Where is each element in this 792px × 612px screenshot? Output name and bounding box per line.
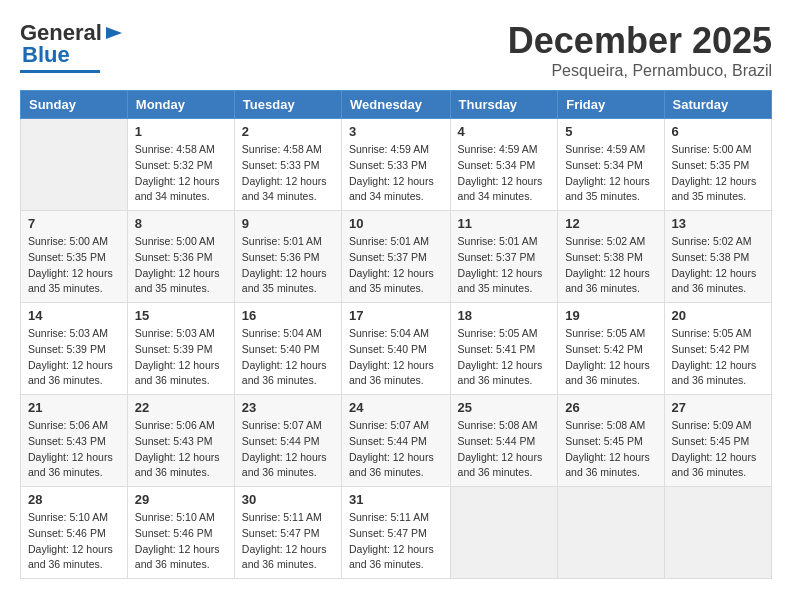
day-number: 29 — [135, 492, 227, 507]
sunrise-text: Sunrise: 5:11 AM — [242, 511, 322, 523]
day-info: Sunrise: 5:05 AM Sunset: 5:42 PM Dayligh… — [672, 326, 764, 389]
daylight-text: Daylight: 12 hours and 36 minutes. — [458, 451, 543, 479]
calendar-cell — [558, 487, 664, 579]
day-info: Sunrise: 4:58 AM Sunset: 5:32 PM Dayligh… — [135, 142, 227, 205]
sunset-text: Sunset: 5:45 PM — [565, 435, 643, 447]
day-number: 9 — [242, 216, 334, 231]
sunset-text: Sunset: 5:32 PM — [135, 159, 213, 171]
day-number: 20 — [672, 308, 764, 323]
calendar-cell: 11 Sunrise: 5:01 AM Sunset: 5:37 PM Dayl… — [450, 211, 558, 303]
calendar-cell: 16 Sunrise: 5:04 AM Sunset: 5:40 PM Dayl… — [234, 303, 341, 395]
day-number: 11 — [458, 216, 551, 231]
sunrise-text: Sunrise: 5:07 AM — [242, 419, 322, 431]
daylight-text: Daylight: 12 hours and 36 minutes. — [135, 451, 220, 479]
calendar-week-row: 28 Sunrise: 5:10 AM Sunset: 5:46 PM Dayl… — [21, 487, 772, 579]
day-info: Sunrise: 4:58 AM Sunset: 5:33 PM Dayligh… — [242, 142, 334, 205]
day-info: Sunrise: 5:07 AM Sunset: 5:44 PM Dayligh… — [242, 418, 334, 481]
sunset-text: Sunset: 5:40 PM — [242, 343, 320, 355]
daylight-text: Daylight: 12 hours and 36 minutes. — [349, 359, 434, 387]
sunset-text: Sunset: 5:46 PM — [28, 527, 106, 539]
day-info: Sunrise: 5:04 AM Sunset: 5:40 PM Dayligh… — [349, 326, 443, 389]
day-number: 30 — [242, 492, 334, 507]
day-info: Sunrise: 5:11 AM Sunset: 5:47 PM Dayligh… — [242, 510, 334, 573]
sunrise-text: Sunrise: 5:03 AM — [135, 327, 215, 339]
day-number: 23 — [242, 400, 334, 415]
daylight-text: Daylight: 12 hours and 36 minutes. — [565, 359, 650, 387]
day-info: Sunrise: 4:59 AM Sunset: 5:34 PM Dayligh… — [565, 142, 656, 205]
calendar-cell: 20 Sunrise: 5:05 AM Sunset: 5:42 PM Dayl… — [664, 303, 771, 395]
daylight-text: Daylight: 12 hours and 36 minutes. — [565, 451, 650, 479]
day-number: 31 — [349, 492, 443, 507]
sunset-text: Sunset: 5:44 PM — [349, 435, 427, 447]
sunset-text: Sunset: 5:39 PM — [28, 343, 106, 355]
sunset-text: Sunset: 5:40 PM — [349, 343, 427, 355]
day-info: Sunrise: 5:04 AM Sunset: 5:40 PM Dayligh… — [242, 326, 334, 389]
sunset-text: Sunset: 5:43 PM — [135, 435, 213, 447]
calendar-cell: 1 Sunrise: 4:58 AM Sunset: 5:32 PM Dayli… — [127, 119, 234, 211]
daylight-text: Daylight: 12 hours and 36 minutes. — [672, 451, 757, 479]
calendar-cell: 7 Sunrise: 5:00 AM Sunset: 5:35 PM Dayli… — [21, 211, 128, 303]
day-info: Sunrise: 5:10 AM Sunset: 5:46 PM Dayligh… — [28, 510, 120, 573]
calendar-cell: 19 Sunrise: 5:05 AM Sunset: 5:42 PM Dayl… — [558, 303, 664, 395]
day-info: Sunrise: 5:11 AM Sunset: 5:47 PM Dayligh… — [349, 510, 443, 573]
calendar-cell — [21, 119, 128, 211]
sunrise-text: Sunrise: 4:59 AM — [565, 143, 645, 155]
sunset-text: Sunset: 5:44 PM — [458, 435, 536, 447]
sunset-text: Sunset: 5:38 PM — [565, 251, 643, 263]
calendar-week-row: 21 Sunrise: 5:06 AM Sunset: 5:43 PM Dayl… — [21, 395, 772, 487]
sunrise-text: Sunrise: 5:00 AM — [28, 235, 108, 247]
sunset-text: Sunset: 5:45 PM — [672, 435, 750, 447]
calendar-cell: 29 Sunrise: 5:10 AM Sunset: 5:46 PM Dayl… — [127, 487, 234, 579]
calendar-cell: 18 Sunrise: 5:05 AM Sunset: 5:41 PM Dayl… — [450, 303, 558, 395]
sunset-text: Sunset: 5:35 PM — [672, 159, 750, 171]
calendar-table: SundayMondayTuesdayWednesdayThursdayFrid… — [20, 90, 772, 579]
sunrise-text: Sunrise: 5:05 AM — [565, 327, 645, 339]
sunset-text: Sunset: 5:39 PM — [135, 343, 213, 355]
daylight-text: Daylight: 12 hours and 34 minutes. — [135, 175, 220, 203]
weekday-header-sunday: Sunday — [21, 91, 128, 119]
day-number: 4 — [458, 124, 551, 139]
day-info: Sunrise: 5:09 AM Sunset: 5:45 PM Dayligh… — [672, 418, 764, 481]
day-number: 28 — [28, 492, 120, 507]
day-number: 16 — [242, 308, 334, 323]
day-info: Sunrise: 5:00 AM Sunset: 5:36 PM Dayligh… — [135, 234, 227, 297]
calendar-cell: 24 Sunrise: 5:07 AM Sunset: 5:44 PM Dayl… — [342, 395, 451, 487]
day-info: Sunrise: 5:08 AM Sunset: 5:45 PM Dayligh… — [565, 418, 656, 481]
sunset-text: Sunset: 5:47 PM — [242, 527, 320, 539]
day-info: Sunrise: 5:07 AM Sunset: 5:44 PM Dayligh… — [349, 418, 443, 481]
weekday-header-wednesday: Wednesday — [342, 91, 451, 119]
day-number: 26 — [565, 400, 656, 415]
calendar-cell: 2 Sunrise: 4:58 AM Sunset: 5:33 PM Dayli… — [234, 119, 341, 211]
calendar-cell: 5 Sunrise: 4:59 AM Sunset: 5:34 PM Dayli… — [558, 119, 664, 211]
day-number: 8 — [135, 216, 227, 231]
calendar-cell: 15 Sunrise: 5:03 AM Sunset: 5:39 PM Dayl… — [127, 303, 234, 395]
sunrise-text: Sunrise: 5:03 AM — [28, 327, 108, 339]
daylight-text: Daylight: 12 hours and 34 minutes. — [458, 175, 543, 203]
weekday-header-tuesday: Tuesday — [234, 91, 341, 119]
day-info: Sunrise: 5:01 AM Sunset: 5:36 PM Dayligh… — [242, 234, 334, 297]
sunset-text: Sunset: 5:42 PM — [672, 343, 750, 355]
sunrise-text: Sunrise: 5:09 AM — [672, 419, 752, 431]
weekday-header-saturday: Saturday — [664, 91, 771, 119]
day-number: 12 — [565, 216, 656, 231]
day-info: Sunrise: 5:01 AM Sunset: 5:37 PM Dayligh… — [349, 234, 443, 297]
page-header: General Blue December 2025 Pesqueira, Pe… — [20, 20, 772, 80]
day-number: 1 — [135, 124, 227, 139]
day-info: Sunrise: 5:05 AM Sunset: 5:41 PM Dayligh… — [458, 326, 551, 389]
day-number: 14 — [28, 308, 120, 323]
daylight-text: Daylight: 12 hours and 36 minutes. — [349, 543, 434, 571]
day-info: Sunrise: 5:02 AM Sunset: 5:38 PM Dayligh… — [565, 234, 656, 297]
calendar-cell: 26 Sunrise: 5:08 AM Sunset: 5:45 PM Dayl… — [558, 395, 664, 487]
day-number: 25 — [458, 400, 551, 415]
sunrise-text: Sunrise: 5:07 AM — [349, 419, 429, 431]
calendar-cell: 4 Sunrise: 4:59 AM Sunset: 5:34 PM Dayli… — [450, 119, 558, 211]
calendar-header-row: SundayMondayTuesdayWednesdayThursdayFrid… — [21, 91, 772, 119]
sunset-text: Sunset: 5:36 PM — [242, 251, 320, 263]
daylight-text: Daylight: 12 hours and 36 minutes. — [565, 267, 650, 295]
sunrise-text: Sunrise: 5:04 AM — [349, 327, 429, 339]
logo-arrow-icon — [104, 23, 124, 43]
day-info: Sunrise: 5:03 AM Sunset: 5:39 PM Dayligh… — [135, 326, 227, 389]
daylight-text: Daylight: 12 hours and 36 minutes. — [672, 359, 757, 387]
sunset-text: Sunset: 5:37 PM — [349, 251, 427, 263]
calendar-cell — [664, 487, 771, 579]
